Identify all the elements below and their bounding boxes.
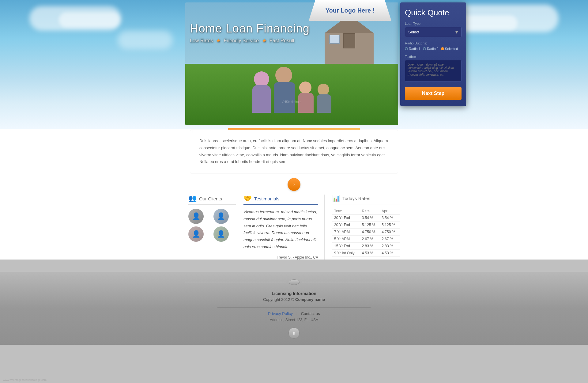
rate-value: 4.53 %	[360, 250, 380, 257]
footer-copyright-line: Copyright 2012 © Company name	[0, 297, 588, 302]
quick-quote-panel: Quick Quote Loan Type Select ▼ Radio But…	[400, 2, 466, 106]
divider-diamond	[289, 279, 300, 285]
rate-apr: 4.750 %	[380, 229, 400, 236]
headline-title: Home Loan Financing	[190, 22, 310, 35]
privacy-policy-link[interactable]: Privacy Policy	[268, 311, 293, 316]
footer-address: Address, Street 123, FL, USA	[0, 318, 588, 322]
footer-up-button-wrapper: ⇧	[0, 328, 588, 339]
rates-header-term: Term	[332, 208, 360, 214]
down-arrow-button[interactable]: ›	[288, 178, 300, 191]
rates-title: Todays Rates	[342, 196, 370, 201]
logo-text: Your Logo Here !	[326, 7, 375, 14]
testimonials-title: Testimonials	[254, 196, 280, 201]
scroll-up-button[interactable]: ⇧	[288, 328, 300, 339]
radio-item-2[interactable]: Radio 2	[423, 47, 439, 51]
rate-apr: 4.53 %	[380, 250, 400, 257]
clients-icon: 👥	[188, 195, 197, 203]
testimonial-author: Trevor S. - Apple Inc., CA	[243, 255, 318, 260]
radio-item-3[interactable]: Selected	[441, 47, 458, 51]
rates-column: 📊 Todays Rates Term Rate Apr 30 Yr Fxd 3…	[332, 195, 400, 260]
loan-type-select[interactable]: Select	[405, 27, 462, 37]
radio-dot-3-selected	[441, 47, 444, 50]
loan-type-label: Loan Type	[405, 22, 462, 25]
rates-icon: 📊	[332, 195, 340, 202]
textbox-label: Textbox:	[405, 55, 462, 59]
rates-header-rate: Rate	[360, 208, 380, 214]
avatar-1: 👤	[188, 209, 204, 224]
footer-mid-divider	[217, 307, 371, 308]
footer-licensing: Licensing Information	[0, 291, 588, 296]
table-row: 5 Yr ARM 2.67 % 2.67 %	[332, 236, 400, 243]
radio-label-1: Radio 1	[409, 47, 420, 51]
corner-indicator	[193, 130, 196, 133]
table-row: 15 Yr Fxd 2.83 % 2.83 %	[332, 243, 400, 250]
logo-tab: Your Logo Here !	[309, 0, 391, 21]
radio-group: Radio 1 Radio 2 Selected	[405, 47, 462, 51]
testimonials-column: 🤝 Testimonials Vivamus fermentum, mi sed…	[243, 195, 325, 260]
rates-header-apr: Apr	[380, 208, 400, 214]
footer-top-divider	[0, 279, 588, 285]
content-box: Duis laoreet scelerisque arcu, eu facili…	[190, 130, 398, 173]
radio-label: Radio Buttons:	[405, 41, 462, 45]
rate-value: 2.67 %	[360, 236, 380, 243]
content-section: Duis laoreet scelerisque arcu, eu facili…	[0, 129, 588, 260]
table-row: 7 Yr ARM 4.750 % 4.750 %	[332, 229, 400, 236]
clients-column: 👥 Our Clients 👤 👤 👤 👤	[188, 195, 236, 260]
testimonials-header: 🤝 Testimonials	[243, 195, 318, 205]
divider-line-left	[185, 282, 286, 282]
clients-header: 👥 Our Clients	[188, 195, 236, 205]
rate-value: 5.125 %	[360, 222, 380, 229]
rate-apr: 2.83 %	[380, 243, 400, 250]
testimonials-icon: 🤝	[243, 195, 252, 203]
table-row: 20 Yr Fxd 5.125 % 5.125 %	[332, 222, 400, 229]
content-body-text: Duis laoreet scelerisque arcu, eu facili…	[199, 138, 389, 165]
rate-apr: 3.54 %	[380, 214, 400, 222]
rate-term: 9 Yr Int Only	[332, 250, 360, 257]
rate-term: 20 Yr Fxd	[332, 222, 360, 229]
rate-term: 15 Yr Fxd	[332, 243, 360, 250]
radio-dot-1	[405, 47, 408, 50]
rates-header: 📊 Todays Rates	[332, 195, 400, 204]
divider-line-right	[302, 282, 403, 282]
footer-content: Licensing Information Copyright 2012 © C…	[0, 291, 588, 322]
footer: Licensing Information Copyright 2012 © C…	[0, 272, 588, 345]
radio-label-2: Radio 2	[427, 47, 439, 51]
footer-company-name: Company name	[295, 297, 325, 302]
avatar-4: 👤	[213, 226, 229, 242]
table-row: 9 Yr Int Only 4.53 % 4.53 %	[332, 250, 400, 257]
star-1: ★	[216, 38, 221, 43]
link-separator: |	[296, 311, 297, 316]
radio-label-3: Selected	[445, 47, 458, 51]
qq-title: Quick Quote	[405, 8, 462, 17]
rate-term: 7 Yr ARM	[332, 229, 360, 236]
rate-value: 3.54 %	[360, 214, 380, 222]
logo-wrapper: Your Logo Here !	[309, 0, 391, 21]
cloud-left-2	[59, 12, 120, 28]
radio-dot-2	[423, 47, 426, 50]
subtitle-fast: Fast Result	[270, 38, 294, 43]
three-columns: 👥 Our Clients 👤 👤 👤 👤 🤝 Testimonials Viv…	[184, 195, 404, 260]
rate-term: 5 Yr ARM	[332, 236, 360, 243]
table-row: 30 Yr Fxd 3.54 % 3.54 %	[332, 214, 400, 222]
avatar-2: 👤	[213, 209, 229, 224]
client-avatars: 👤 👤 👤 👤	[188, 209, 236, 242]
avatar-3: 👤	[188, 226, 204, 242]
watermark: © iStockphoto	[282, 100, 301, 104]
arrow-divider: ›	[0, 178, 588, 191]
headline-subtitle: Low Rates ★ Friendly Service ★ Fast Resu…	[190, 38, 310, 44]
headline-wrapper: Home Loan Financing Low Rates ★ Friendly…	[190, 22, 310, 44]
contact-text: Contact us	[301, 311, 320, 316]
hero-section: © iStockphoto Your Logo Here ! Home Loan…	[0, 0, 588, 129]
rates-table: Term Rate Apr 30 Yr Fxd 3.54 % 3.54 % 20…	[332, 208, 400, 257]
star-2: ★	[262, 38, 266, 43]
testimonial-quote: Vivamus fermentum, mi sed mattis luctus,…	[243, 209, 318, 251]
footer-copyright-text: Copyright 2012 ©	[263, 297, 294, 302]
next-step-button[interactable]: Next Step	[405, 87, 462, 100]
rate-term: 30 Yr Fxd	[332, 214, 360, 222]
rate-apr: 5.125 %	[380, 222, 400, 229]
footer-links: Privacy Policy | Contact us	[0, 311, 588, 316]
hero-image-area: © iStockphoto	[185, 2, 398, 125]
textbox-input[interactable]	[405, 60, 462, 82]
radio-item-1[interactable]: Radio 1	[405, 47, 420, 51]
rate-value: 2.83 %	[360, 243, 380, 250]
